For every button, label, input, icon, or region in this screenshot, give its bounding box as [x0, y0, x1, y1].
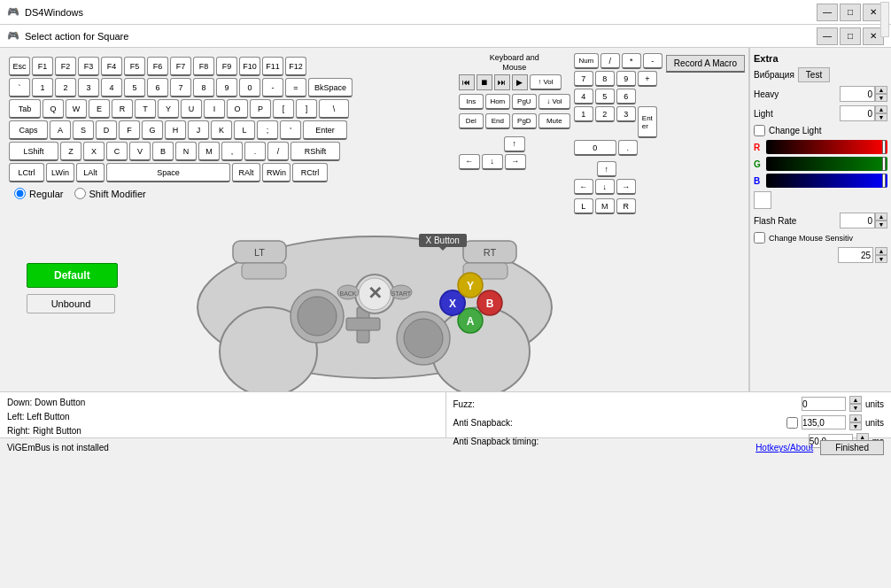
key-rshift[interactable]: RShift [291, 142, 340, 161]
default-button[interactable]: Default [27, 263, 118, 288]
change-light-checkbox[interactable] [754, 125, 765, 136]
change-mouse-checkbox[interactable] [754, 232, 765, 244]
key-mute[interactable]: Mute [538, 113, 570, 129]
key-equals[interactable]: = [285, 78, 306, 97]
key-num-7[interactable]: 7 [574, 71, 593, 87]
key-m[interactable]: M [198, 142, 220, 161]
key-esc[interactable]: Esc [9, 57, 30, 76]
media-play[interactable]: ▶ [512, 74, 528, 90]
key-j[interactable]: J [188, 120, 209, 140]
anti-snapback-input[interactable] [802, 415, 846, 429]
r-slider[interactable] [766, 140, 887, 154]
key-5[interactable]: 5 [124, 78, 145, 97]
key-comma[interactable]: , [221, 142, 243, 161]
key-right2[interactable]: → [616, 179, 636, 195]
key-2[interactable]: 2 [55, 78, 76, 97]
dialog-minimize-btn[interactable]: — [817, 27, 838, 45]
radio-shift-input[interactable] [74, 188, 86, 199]
key-f2[interactable]: F2 [55, 57, 76, 76]
key-up[interactable]: ↑ [504, 136, 525, 152]
anti-snapback-down[interactable]: ▼ [849, 422, 862, 430]
radio-regular-input[interactable] [14, 188, 26, 199]
heavy-input[interactable] [840, 86, 875, 102]
mouse-up[interactable]: ▲ [875, 247, 887, 255]
key-a[interactable]: A [50, 120, 71, 140]
key-caps[interactable]: Caps [9, 120, 48, 140]
key-lwin[interactable]: LWin [46, 163, 74, 182]
key-4[interactable]: 4 [101, 78, 122, 97]
key-backspace[interactable]: BkSpace [308, 78, 353, 97]
key-b[interactable]: B [152, 142, 174, 161]
key-m-key[interactable]: M [595, 198, 615, 214]
key-semicolon[interactable]: ; [257, 120, 278, 140]
key-o[interactable]: O [227, 99, 248, 119]
key-right[interactable]: → [505, 154, 526, 170]
key-left[interactable]: ← [459, 154, 480, 170]
key-f8[interactable]: F8 [193, 57, 214, 76]
key-y[interactable]: Y [158, 99, 179, 119]
key-f1[interactable]: F1 [32, 57, 53, 76]
fuzz-input[interactable] [802, 397, 846, 411]
key-rwin[interactable]: RWin [262, 163, 291, 182]
key-num-star[interactable]: * [622, 53, 641, 69]
key-c[interactable]: C [106, 142, 128, 161]
key-l[interactable]: L [574, 198, 593, 214]
light-up[interactable]: ▲ [875, 105, 887, 113]
key-backtick[interactable]: ` [9, 78, 30, 97]
key-f4[interactable]: F4 [101, 57, 122, 76]
key-p[interactable]: P [250, 99, 271, 119]
key-del[interactable]: Del [459, 113, 484, 129]
key-down2[interactable]: ↓ [595, 179, 615, 195]
key-f9[interactable]: F9 [216, 57, 237, 76]
key-k[interactable]: K [211, 120, 232, 140]
key-r[interactable]: R [112, 99, 133, 119]
finished-button[interactable]: Finished [820, 440, 884, 455]
key-enter[interactable]: Enter [303, 120, 347, 140]
key-s[interactable]: S [73, 120, 94, 140]
flash-rate-input[interactable] [840, 213, 875, 228]
minimize-btn[interactable]: — [817, 4, 838, 21]
key-up2[interactable]: ↑ [597, 161, 616, 177]
key-space[interactable]: Space [106, 163, 230, 182]
key-num-1[interactable]: 1 [574, 106, 593, 122]
media-prev[interactable]: ⏮ [459, 74, 475, 90]
key-num-slash[interactable]: / [600, 53, 620, 69]
key-d[interactable]: D [96, 120, 117, 140]
key-r-key[interactable]: R [616, 198, 636, 214]
key-num-0[interactable]: 0 [574, 140, 616, 156]
key-lbracket[interactable]: [ [273, 99, 294, 119]
record-macro-btn[interactable]: Record A Macro [666, 55, 745, 73]
flash-rate-down[interactable]: ▼ [875, 220, 887, 228]
key-3[interactable]: 3 [78, 78, 99, 97]
key-f7[interactable]: F7 [170, 57, 191, 76]
heavy-up[interactable]: ▲ [875, 86, 887, 94]
hotkey-link[interactable]: Hotkeys/About [755, 443, 813, 453]
key-7[interactable]: 7 [170, 78, 191, 97]
unbound-button[interactable]: Unbound [27, 294, 115, 313]
key-x[interactable]: X [83, 142, 105, 161]
key-f[interactable]: F [119, 120, 140, 140]
key-pgup[interactable]: PgU [512, 94, 537, 110]
key-vol-down[interactable]: ↓ Vol [538, 94, 570, 110]
key-tab[interactable]: Tab [9, 99, 41, 119]
heavy-down[interactable]: ▼ [875, 94, 887, 102]
key-lshift[interactable]: LShift [9, 142, 58, 161]
mouse-sensitivity-input[interactable] [838, 247, 873, 263]
key-num-2[interactable]: 2 [595, 106, 615, 122]
key-t[interactable]: T [135, 99, 156, 119]
key-z[interactable]: Z [60, 142, 81, 161]
key-f6[interactable]: F6 [147, 57, 168, 76]
dialog-maximize-btn[interactable]: □ [840, 27, 861, 45]
key-left2[interactable]: ← [574, 179, 593, 195]
key-hom[interactable]: Hom [485, 94, 510, 110]
key-f11[interactable]: F11 [262, 57, 283, 76]
b-slider[interactable] [766, 174, 887, 188]
media-stop[interactable]: ⏹ [476, 74, 492, 90]
key-lctrl[interactable]: LCtrl [9, 163, 44, 182]
maximize-btn[interactable]: □ [840, 4, 861, 21]
key-backslash[interactable]: \ [319, 99, 349, 119]
mouse-down[interactable]: ▼ [875, 255, 887, 263]
key-9[interactable]: 9 [216, 78, 237, 97]
g-slider[interactable] [766, 157, 887, 171]
key-pgdn[interactable]: PgD [512, 113, 537, 129]
